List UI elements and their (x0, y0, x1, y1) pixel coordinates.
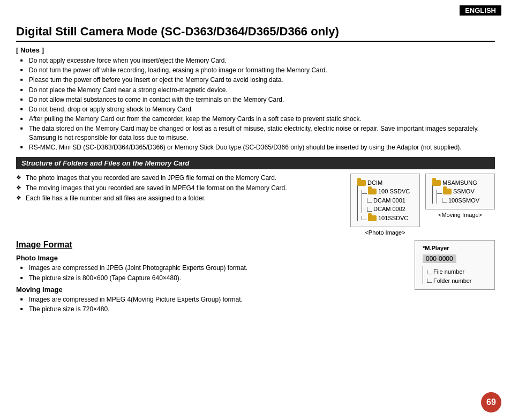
photo-bullets: Images are compressed in JPEG (Joint Pho… (16, 264, 409, 282)
mplayer-tree: File number Folder number (423, 267, 487, 285)
structure-section: The photo images that you recorded are s… (16, 174, 495, 236)
tree-row: 101SSDVC (357, 214, 413, 223)
tree-row: 100SSMOV (432, 196, 488, 205)
tree-row: MSAMSUNG (432, 178, 488, 188)
tree-row: DCAM 0002 (357, 205, 413, 214)
tree-label: DCIM (367, 178, 382, 188)
diagrams: DCIM 100 SSDVC (350, 174, 495, 236)
list-item: Do not bend, drop or apply strong shock … (20, 105, 495, 114)
photo-image-heading: Photo Image (16, 254, 409, 262)
tree-label: DCAM 0001 (373, 196, 405, 205)
list-item: The data stored on the Memory Card may b… (20, 124, 495, 141)
tree-label: MSAMSUNG (442, 178, 477, 188)
photo-diagram-caption: <Photo Image> (350, 229, 420, 236)
list-item: Do not allow metal substances to come in… (20, 95, 495, 104)
page-number: 69 (481, 392, 501, 412)
photo-diagram-box: DCIM 100 SSDVC (350, 174, 420, 228)
list-item: Do not turn the power off while recordin… (20, 66, 495, 74)
tree-label: Folder number (433, 276, 472, 286)
connector-icon (427, 279, 432, 283)
mplayer-diagram: *M.Player 000-0000 File number Folder nu… (415, 240, 495, 290)
notes-list: Do not apply excessive force when you in… (16, 56, 495, 152)
connector-icon (362, 216, 367, 220)
moving-bullets: Images are compressed in MPEG 4(Moving P… (16, 295, 409, 313)
mplayer-title: *M.Player (423, 245, 487, 251)
list-item: RS-MMC, Mini SD (SC-D363/D364/D365/D366)… (20, 143, 495, 152)
moving-image-heading: Moving Image (16, 286, 409, 294)
folder-icon (368, 189, 377, 194)
mplayer-number-row: 000-0000 (423, 254, 487, 265)
photo-tree: DCIM 100 SSDVC (357, 178, 413, 223)
folder-icon (432, 180, 441, 186)
list-item: Do not apply excessive force when you in… (20, 56, 495, 65)
list-item: Do not place the Memory Card near a stro… (20, 86, 495, 94)
structure-bullets: The photo images that you recorded are s… (16, 174, 345, 203)
folder-icon (357, 180, 366, 186)
list-item: After pulling the Memory Card out from t… (20, 115, 495, 123)
photo-diagram: DCIM 100 SSDVC (350, 174, 420, 236)
list-item: The moving images that you recorded are … (16, 184, 345, 192)
moving-diagram-caption: <Moving Image> (425, 212, 495, 218)
mplayer-box: *M.Player 000-0000 File number Folder nu… (415, 240, 495, 290)
image-format-text: Image Format Photo Image Images are comp… (16, 240, 409, 314)
image-format-title: Image Format (16, 240, 409, 250)
list-item: Images are compressed in JPEG (Joint Pho… (20, 264, 409, 272)
english-badge: ENGLISH (460, 5, 501, 16)
list-item: Each file has a file number and all file… (16, 194, 345, 202)
moving-tree: MSAMSUNG SSMOV (432, 178, 488, 205)
list-item: The photo images that you recorded are s… (16, 174, 345, 182)
tree-row: Folder number (423, 276, 487, 286)
structure-text: The photo images that you recorded are s… (16, 174, 345, 236)
connector-icon (437, 190, 442, 194)
list-item: Please turn the power off before you ins… (20, 76, 495, 84)
connector-icon (367, 207, 372, 212)
tree-label: 100 SSDVC (378, 187, 410, 196)
page: ENGLISH Digital Still Camera Mode (SC-D3… (0, 0, 511, 420)
tree-label: 101SSDVC (378, 214, 408, 223)
tree-label: DCAM 0002 (373, 205, 405, 214)
connector-icon (442, 198, 447, 202)
page-title: Digital Still Camera Mode (SC-D363/D364/… (16, 25, 495, 42)
tree-label: File number (433, 267, 464, 276)
structure-section-header: Structure of Folders and Files on the Me… (16, 157, 495, 169)
moving-diagram-box: MSAMSUNG SSMOV (425, 174, 495, 210)
tree-row: DCIM (357, 178, 413, 188)
connector-icon (427, 270, 432, 274)
notes-label: [ Notes ] (16, 46, 495, 54)
connector-icon (367, 198, 372, 202)
moving-diagram: MSAMSUNG SSMOV (425, 174, 495, 219)
folder-icon (368, 215, 377, 221)
tree-label: SSMOV (453, 187, 475, 196)
list-item: The picture size is 720×480. (20, 305, 409, 313)
tree-row: File number (423, 267, 487, 276)
list-item: Images are compressed in MPEG 4(Moving P… (20, 295, 409, 304)
connector-icon (362, 190, 367, 194)
mplayer-number: 000-0000 (423, 254, 456, 263)
tree-label: 100SSMOV (448, 196, 479, 205)
folder-icon (443, 189, 452, 194)
image-format-section: Image Format Photo Image Images are comp… (16, 240, 495, 314)
list-item: The picture size is 800×600 (Tape Captur… (20, 274, 409, 282)
